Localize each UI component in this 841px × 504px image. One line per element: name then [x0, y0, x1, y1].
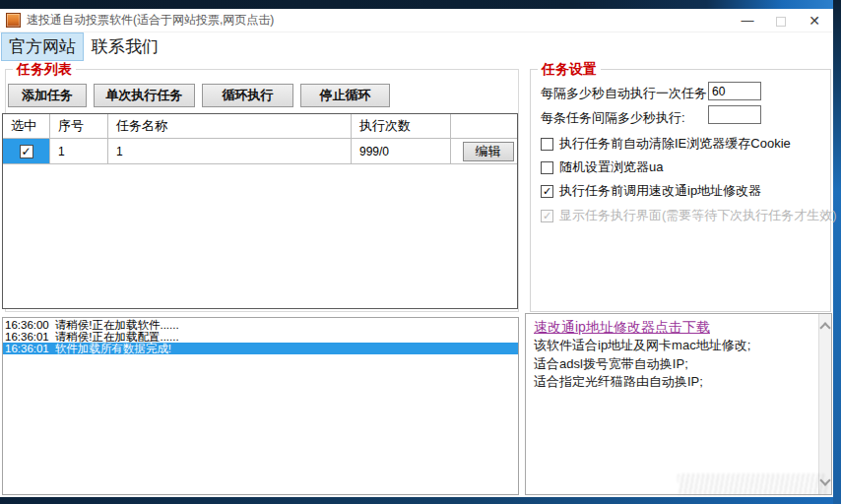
header-task-name: 任务名称	[108, 114, 352, 138]
log-time: 16:36:01	[5, 343, 49, 354]
maximize-icon	[776, 17, 786, 27]
edit-button[interactable]: 编辑	[463, 142, 514, 161]
task-buttons: 添加任务 单次执行任务 循环执行 停止循环	[8, 84, 390, 107]
run-task-once-button[interactable]: 单次执行任务	[94, 84, 195, 107]
interval-task-label: 每隔多少秒自动执行一次任务:	[541, 85, 711, 102]
log-panel: 16:36:00请稍侯!正在加载软件...... 16:36:01请稍侯!正在加…	[2, 317, 519, 495]
row-checkbox-cell: ✓	[3, 139, 50, 163]
scroll-up-icon[interactable]	[819, 322, 830, 333]
title-bar: 速投通自动投票软件(适合于网站投票,网页点击) — ✕	[0, 9, 833, 32]
show-task-ui-row: ✓ 显示任务执行界面(需要等待下次执行任务才生效)	[541, 207, 837, 224]
window-title: 速投通自动投票软件(适合于网站投票,网页点击)	[27, 12, 274, 29]
log-entry[interactable]: 16:36:01请稍侯!正在加载配置......	[3, 331, 518, 343]
header-actions	[451, 114, 517, 138]
show-task-ui-label: 显示任务执行界面(需要等待下次执行任务才生效)	[559, 207, 837, 224]
header-index: 序号	[50, 114, 108, 138]
loop-run-button[interactable]: 循环执行	[202, 84, 293, 107]
log-text: 请稍侯!正在加载配置......	[55, 331, 179, 343]
app-window: 速投通自动投票软件(适合于网站投票,网页点击) — ✕ 官方网站 联系我们 任务…	[0, 9, 833, 497]
app-icon	[6, 13, 21, 28]
download-line: 该软件适合ip地址及网卡mac地址修改;	[534, 337, 823, 355]
row-count-cell: 999/0	[352, 139, 451, 163]
log-text: 请稍侯!正在加载软件......	[55, 319, 179, 331]
call-ip-changer-row: ✓ 执行任务前调用速改通ip地址修改器	[541, 182, 761, 200]
interval-between-input[interactable]	[708, 105, 761, 124]
menu-bar: 官方网站 联系我们	[0, 32, 833, 60]
task-settings-groupbox: 任务设置 每隔多少秒自动执行一次任务: 每条任务间隔多少秒执行: 执行任务前自动…	[530, 69, 831, 312]
row-action-cell: 编辑	[451, 139, 517, 163]
log-time: 16:36:01	[5, 331, 49, 343]
random-ua-checkbox[interactable]	[541, 161, 553, 174]
desktop-edge-right	[833, 0, 841, 504]
download-link[interactable]: 速改通ip地址修改器点击下载	[534, 319, 710, 337]
watermark	[678, 473, 827, 495]
random-ua-row: 随机设置浏览器ua	[541, 158, 663, 176]
header-selected: 选中	[3, 114, 50, 138]
call-ip-changer-label: 执行任务前调用速改通ip地址修改器	[559, 182, 761, 200]
clear-ie-cache-label: 执行任务前自动清除IE浏览器缓存Cookie	[559, 135, 791, 153]
maximize-button	[766, 9, 796, 32]
interval-between-label: 每条任务间隔多少秒执行:	[541, 109, 685, 127]
random-ua-label: 随机设置浏览器ua	[559, 158, 663, 176]
task-settings-title: 任务设置	[538, 61, 601, 79]
desktop-background: 速投通自动投票软件(适合于网站投票,网页点击) — ✕ 官方网站 联系我们 任务…	[0, 0, 841, 504]
clear-ie-cache-checkbox[interactable]	[541, 138, 553, 151]
log-text: 软件加载所有数据完成!	[55, 343, 171, 354]
download-line: 适合指定光纤猫路由自动换IP;	[534, 373, 823, 392]
menu-item-contact-us[interactable]: 联系我们	[84, 32, 166, 61]
show-task-ui-checkbox: ✓	[541, 210, 553, 222]
close-button[interactable]: ✕	[800, 9, 829, 32]
row-name-cell: 1	[108, 139, 352, 163]
log-entry[interactable]: 16:36:00请稍侯!正在加载软件......	[3, 319, 518, 331]
task-table: 选中 序号 任务名称 执行次数 ✓ 1 1 999/0 编辑	[2, 113, 518, 309]
task-list-title: 任务列表	[13, 61, 76, 79]
interval-task-input[interactable]	[708, 82, 761, 100]
desktop-edge-bottom	[0, 497, 833, 504]
menu-item-official-site[interactable]: 官方网站	[1, 32, 84, 61]
scrollbar[interactable]	[818, 314, 831, 494]
log-entry-selected[interactable]: 16:36:01软件加载所有数据完成!	[3, 343, 518, 354]
clear-ie-cache-row: 执行任务前自动清除IE浏览器缓存Cookie	[541, 135, 791, 153]
download-panel: 速改通ip地址修改器点击下载 该软件适合ip地址及网卡mac地址修改; 适合ad…	[525, 313, 832, 495]
desktop-edge-top	[0, 0, 841, 9]
table-row: ✓ 1 1 999/0 编辑	[3, 139, 517, 164]
minimize-button[interactable]: —	[733, 9, 762, 32]
add-task-button[interactable]: 添加任务	[8, 84, 87, 107]
stop-loop-button[interactable]: 停止循环	[300, 84, 390, 107]
row-checkbox[interactable]: ✓	[20, 145, 33, 158]
row-index-cell: 1	[50, 139, 108, 163]
log-time: 16:36:00	[5, 319, 49, 331]
table-header-row: 选中 序号 任务名称 执行次数	[3, 114, 517, 139]
call-ip-changer-checkbox[interactable]: ✓	[541, 185, 553, 198]
download-line: 适合adsl拨号宽带自动换IP;	[534, 355, 823, 374]
download-content: 速改通ip地址修改器点击下载 该软件适合ip地址及网卡mac地址修改; 适合ad…	[526, 314, 831, 392]
header-run-count: 执行次数	[352, 114, 451, 138]
